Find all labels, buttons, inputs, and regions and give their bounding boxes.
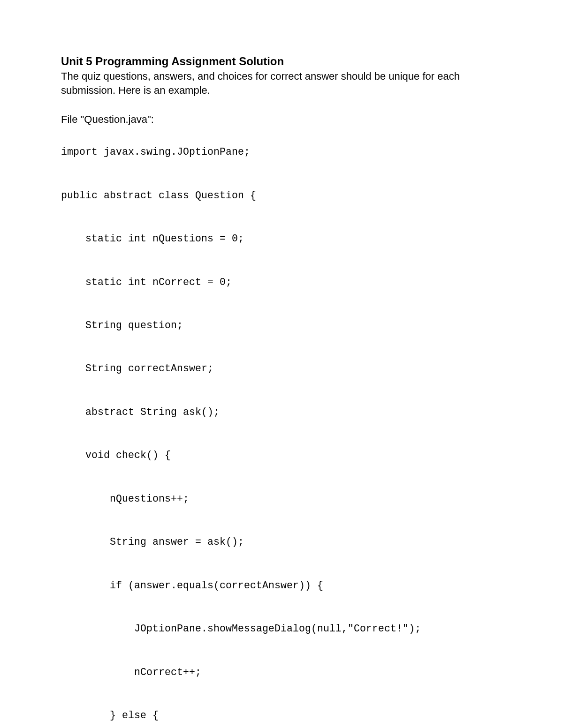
spacer xyxy=(61,99,502,113)
intro-paragraph: The quiz questions, answers, and choices… xyxy=(61,69,502,97)
file-label: File "Question.java": xyxy=(61,113,502,127)
document-heading: Unit 5 Programming Assignment Solution xyxy=(61,54,502,68)
code-listing: import javax.swing.JOptionPane; public a… xyxy=(61,141,502,728)
spacer xyxy=(61,128,502,141)
